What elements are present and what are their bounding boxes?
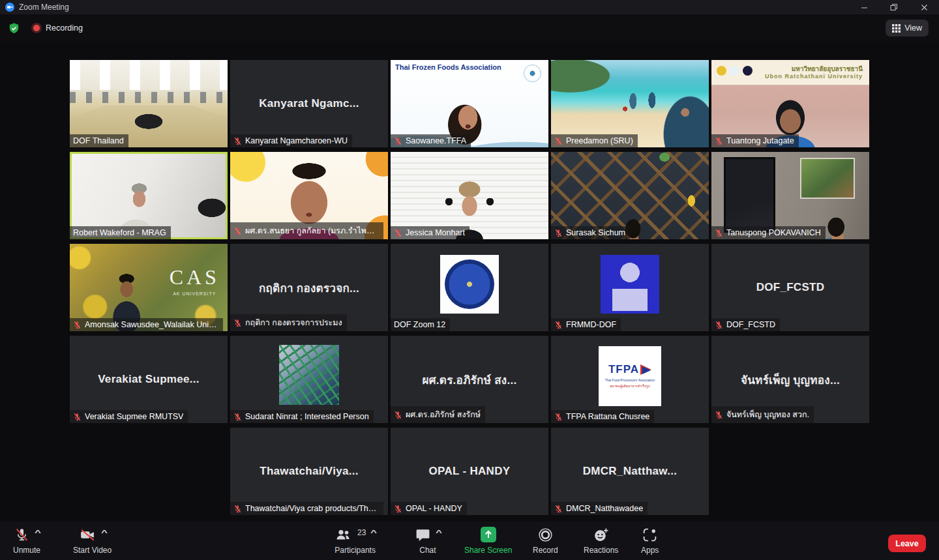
video-tile[interactable]: จันทร์เพ็ญ บุญทอง... จันทร์เพ็ญ บุญทอง ส… xyxy=(711,336,869,423)
mic-muted-icon xyxy=(233,227,242,235)
start-video-label: Start Video xyxy=(73,546,112,555)
mic-muted-icon xyxy=(73,321,82,329)
minimize-icon xyxy=(861,4,868,11)
restore-icon xyxy=(890,3,898,11)
start-video-options-caret[interactable]: ^ xyxy=(101,529,108,537)
participant-name: DMCR_Natthawadee xyxy=(566,504,643,513)
tfpa-caption-en: Thai Food Processors' Association xyxy=(605,378,655,382)
apps-icon xyxy=(642,527,658,543)
mic-muted-icon xyxy=(715,321,723,329)
view-button[interactable]: View xyxy=(886,20,929,37)
mic-muted-icon xyxy=(233,319,242,327)
participant-name: Jessica Monhart xyxy=(406,228,465,237)
participant-name: ผศ.ดร.สนธยา กูลกัลยา (มรภ.รำไพพรรณี) xyxy=(245,224,379,237)
video-tile[interactable]: DMCR_Natthaw... DMCR_Natthawadee xyxy=(551,428,709,515)
mic-muted-icon xyxy=(554,137,563,145)
video-tile[interactable]: Surasak Sichum xyxy=(551,152,709,239)
video-tile[interactable]: DOF_FCSTD DOF_FCSTD xyxy=(711,244,869,331)
participant-name: DOF Zoom 12 xyxy=(394,320,445,329)
tile-name-label: ผศ.ดร.อภิรักษ์ สงรักษ์ xyxy=(391,406,485,423)
start-video-button[interactable]: ^ Start Video xyxy=(73,527,112,555)
tfpa-logo: TFPAThai Food Processors' Associationสมา… xyxy=(599,346,661,406)
minimize-button[interactable] xyxy=(849,0,879,14)
mic-slash-icon xyxy=(14,527,30,543)
tile-name-label: Sudarat Ninrat ; Interested Person xyxy=(230,410,374,423)
video-tile[interactable]: Verakiat Supmee... Verakiat Supmee RMUTS… xyxy=(70,336,228,423)
chat-button[interactable]: ^ Chat xyxy=(415,527,441,555)
participants-options-caret[interactable]: ^ xyxy=(370,529,377,537)
tile-name-label: DOF Thailand xyxy=(70,134,128,147)
mic-muted-icon xyxy=(233,413,242,421)
gallery-grid-icon xyxy=(892,24,901,33)
video-grid: DOF Thailand Kanyarat Ngamc... Kanyarat … xyxy=(70,60,869,515)
unmute-options-caret[interactable]: ^ xyxy=(35,529,41,537)
share-screen-button[interactable]: Share Screen xyxy=(464,527,512,555)
tile-banner-text: Thai Frozen Foods Association xyxy=(395,63,514,71)
video-tile[interactable]: กฤติกา กองตรวจก... กฤติกา กองตรวจการประม… xyxy=(230,244,388,331)
mic-muted-icon xyxy=(394,505,402,513)
video-tile[interactable]: Saowanee.TFFA Thai Frozen Foods Associat… xyxy=(391,60,548,147)
tile-name-label: DOF Zoom 12 xyxy=(391,318,450,331)
tile-name-label: DMCR_Natthawadee xyxy=(551,502,648,515)
chat-options-caret[interactable]: ^ xyxy=(436,529,442,537)
tile-name-label: กฤติกา กองตรวจการประมง xyxy=(230,314,347,331)
video-tile[interactable]: FRMMD-DOF xyxy=(551,244,709,331)
tile-name-label: จันทร์เพ็ญ บุญทอง สวก. xyxy=(711,406,814,423)
record-icon xyxy=(537,527,554,543)
mic-muted-icon xyxy=(233,505,242,513)
video-tile[interactable]: Tanuspong POKAVANICH xyxy=(711,152,869,239)
record-label: Record xyxy=(533,546,558,555)
participants-button[interactable]: 23 ^ Participants xyxy=(335,527,376,555)
video-tile[interactable]: ผศ.ดร.สนธยา กูลกัลยา (มรภ.รำไพพรรณี) xyxy=(230,152,388,239)
video-tile[interactable]: Thawatchai/Viya... Thawatchai/Viya crab … xyxy=(230,428,388,515)
video-tile[interactable]: Jessica Monhart xyxy=(391,152,548,239)
video-tile[interactable]: Amonsak Sawusdee_Walailak Unive... CASAK… xyxy=(70,244,228,331)
mic-muted-icon xyxy=(394,411,402,419)
video-tile[interactable]: DOF Thailand xyxy=(70,60,228,147)
tile-name-label: Amonsak Sawusdee_Walailak Unive... xyxy=(70,318,223,331)
video-tile[interactable]: ผศ.ดร.อภิรักษ์ สง... ผศ.ดร.อภิรักษ์ สงรั… xyxy=(391,336,548,423)
video-tile[interactable]: Preedamon (SRU) xyxy=(551,60,709,147)
mic-muted-icon xyxy=(554,229,563,237)
tile-name-label: TFPA Rattana Chusree xyxy=(551,410,654,423)
title-bar: Zoom Meeting xyxy=(0,0,939,14)
video-tile[interactable]: Sudarat Ninrat ; Interested Person xyxy=(230,336,388,423)
zoom-logo-icon xyxy=(5,3,14,12)
window-controls xyxy=(849,0,939,14)
share-screen-label: Share Screen xyxy=(464,546,512,555)
restore-button[interactable] xyxy=(879,0,909,14)
participant-name: Tuantong Jutagate xyxy=(726,136,794,145)
apps-button[interactable]: Apps xyxy=(641,527,659,555)
video-tile[interactable]: Kanyarat Ngamc... Kanyarat Ngamcharoen-W… xyxy=(230,60,388,147)
tile-name-label: Jessica Monhart xyxy=(391,226,470,239)
banner-line-thai: มหาวิทยาลัยอุบลราชธานี xyxy=(792,65,863,74)
tile-name-label: Kanyarat Ngamcharoen-WU xyxy=(230,134,352,147)
leave-button[interactable]: Leave xyxy=(888,535,926,552)
tile-name-label: Thawatchai/Viya crab products/Tha... xyxy=(230,502,383,515)
mic-muted-icon xyxy=(715,229,723,237)
mic-muted-icon xyxy=(73,413,82,421)
reactions-button[interactable]: Reactions xyxy=(584,527,618,555)
video-tile[interactable]: TFPA Rattana Chusree TFPAThai Food Proce… xyxy=(551,336,709,423)
tile-name-label: FRMMD-DOF xyxy=(551,318,621,331)
tile-name-label: DOF_FCSTD xyxy=(711,318,780,331)
mic-muted-icon xyxy=(715,411,723,419)
record-button[interactable]: Record xyxy=(533,527,558,555)
unmute-button[interactable]: ^ Unmute xyxy=(13,527,40,555)
participant-name: Surasak Sichum xyxy=(566,228,625,237)
bottom-toolbar: ^ Unmute ^ Start Video xyxy=(0,522,939,560)
video-tile[interactable]: Robert Wakeford - MRAG xyxy=(70,152,228,239)
chat-label: Chat xyxy=(419,546,436,555)
video-tile[interactable]: OPAL - HANDY OPAL - HANDY xyxy=(391,428,548,515)
tile-name-label: Tanuspong POKAVANICH xyxy=(711,226,826,239)
mic-muted-icon xyxy=(554,505,563,513)
meeting-info-bar: Recording View xyxy=(0,14,939,42)
video-tile[interactable]: Tuantong Jutagate มหาวิทยาลัยอุบลราชธานี… xyxy=(711,60,869,147)
participant-name: FRMMD-DOF xyxy=(566,320,616,329)
close-button[interactable] xyxy=(909,0,939,14)
video-tile[interactable]: DOF Zoom 12 xyxy=(391,244,548,331)
recording-label: Recording xyxy=(46,23,83,33)
apps-label: Apps xyxy=(641,546,659,555)
mic-muted-icon xyxy=(715,137,723,145)
encryption-shield-icon[interactable] xyxy=(8,22,20,35)
